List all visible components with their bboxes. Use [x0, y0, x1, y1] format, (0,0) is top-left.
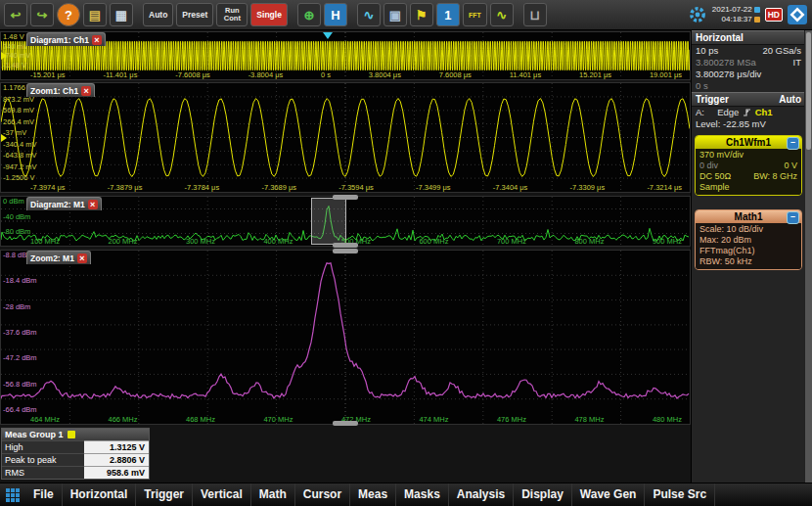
wave-button[interactable]: ∿: [490, 3, 514, 26]
single-button[interactable]: Single: [250, 3, 288, 26]
ch1-offset-marker[interactable]: [1, 52, 7, 60]
menu-item[interactable]: Analysis: [449, 483, 514, 506]
trigger-source-row[interactable]: A: Edge Ch1: [692, 107, 805, 118]
apps-grid-button[interactable]: [0, 488, 25, 502]
zoom2-panel[interactable]: Zoom2: M1 × -8.8 dBm-18.4 dBm-28 dBm-37.…: [0, 250, 691, 425]
tab-label: Zoom2: M1: [30, 253, 74, 263]
meas-group-header[interactable]: Meas Group 1: [2, 429, 149, 440]
diagram2-tab[interactable]: Diagram2: M1 ×: [26, 197, 102, 210]
report-button[interactable]: ▦: [110, 3, 133, 26]
menu-item[interactable]: Pulse Src: [645, 483, 715, 506]
menu-item[interactable]: File: [25, 483, 63, 506]
math-scale-value: Scale: 10 dB/div: [699, 224, 763, 235]
resolution-row[interactable]: 10 ps 20 GSa/s: [692, 45, 805, 57]
ch1-source-icon: [68, 431, 75, 438]
zoom2-tab[interactable]: Zoom2: M1 ×: [26, 251, 91, 264]
sidebar-scrollbar[interactable]: [804, 30, 812, 483]
menu-item[interactable]: Vertical: [193, 483, 251, 506]
undo-button[interactable]: ↩: [4, 3, 27, 26]
menu-item[interactable]: Trigger: [136, 483, 193, 506]
menu-item[interactable]: Meas: [350, 483, 396, 506]
timescale-value: 3.800278 μs/div: [696, 69, 761, 80]
zoom1-tab[interactable]: Zoom1: Ch1 ×: [26, 83, 95, 97]
meas-value: 2.8806 V: [84, 453, 149, 466]
tab-label: Diagram1: Ch1: [30, 35, 89, 45]
gap: [136, 3, 140, 26]
minimize-icon[interactable]: –: [787, 211, 799, 224]
math1-signal-box[interactable]: Math1 – Scale: 10 dB/div Max: 20 dBm FFT…: [695, 209, 802, 270]
menu-item[interactable]: Math: [251, 483, 295, 506]
hd-mode-badge[interactable]: HD: [765, 8, 783, 22]
zoom1-panel[interactable]: Zoom1: Ch1 × 1.1766 V873.2 mV569.8 mV266…: [0, 82, 691, 193]
zoom-drag-handle[interactable]: [333, 421, 358, 426]
timescale-row[interactable]: 3.800278 μs/div: [692, 69, 805, 80]
horizontal-section[interactable]: Horizontal 10 ps 20 GSa/s 3.800278 MSa I…: [692, 30, 805, 92]
trigger-mode-value: Auto: [779, 94, 801, 105]
ch1-offset-marker[interactable]: [1, 134, 7, 142]
ch1wfm1-signal-box[interactable]: Ch1Wfm1 – 370 mV/div 0 div 0 V DC 50Ω BW…: [695, 135, 802, 196]
record-length-row[interactable]: 3.800278 MSa IT: [692, 57, 805, 69]
marker-button[interactable]: 1: [436, 3, 460, 26]
ch1-zoom-waveform: [1, 83, 690, 192]
zoom-drag-handle[interactable]: [333, 249, 358, 253]
diagram1-tab[interactable]: Diagram1: Ch1 ×: [26, 32, 106, 46]
scrollbar-thumb[interactable]: [806, 32, 811, 150]
grid-icon: [6, 488, 20, 502]
zoom-button[interactable]: ⊕: [297, 3, 321, 26]
toolbar-button-group: ↩↪?▤▦AutoPresetRun ContSingle⊕H∿▣⚑1FFT∿⊔: [4, 3, 684, 26]
sample-rate-value: 20 GSa/s: [762, 45, 801, 57]
open-file-button[interactable]: ▤: [83, 3, 107, 26]
run-cont-button[interactable]: Run Cont: [216, 3, 248, 26]
autoset-button[interactable]: Auto: [143, 3, 173, 26]
position-row[interactable]: 0 s: [692, 80, 805, 92]
oscilloscope-app: ↩↪?▤▦AutoPresetRun ContSingle⊕H∿▣⚑1FFT∿⊔…: [0, 0, 812, 506]
redo-button[interactable]: ↪: [30, 3, 54, 26]
meas-group-title: Meas Group 1: [5, 430, 64, 439]
meas-row: RMS 958.6 mV: [2, 466, 149, 479]
zoom-region-selector[interactable]: [311, 198, 346, 245]
menu-item[interactable]: Horizontal: [63, 483, 137, 506]
preset-button[interactable]: Preset: [176, 3, 213, 26]
close-icon[interactable]: ×: [81, 86, 91, 96]
delete-button[interactable]: ⊔: [523, 3, 547, 26]
horizontal-header[interactable]: Horizontal: [692, 30, 805, 45]
measurement-results-table: Meas Group 1 High 1.3125 V Peak to peak …: [1, 428, 150, 480]
display-button[interactable]: ▣: [383, 3, 407, 26]
math1-body: Scale: 10 dB/div Max: 20 dBm FFTmag(Ch1)…: [696, 223, 801, 269]
toolbar-right: 2021-07-22 04:18:37 HD: [688, 5, 808, 24]
ch1wfm1-header[interactable]: Ch1Wfm1 –: [696, 136, 801, 149]
spectrum-button[interactable]: ∿: [357, 3, 381, 26]
help-button[interactable]: ?: [57, 3, 80, 26]
trigger-section[interactable]: Trigger Auto A: Edge Ch1 Level: -22.85 m…: [692, 92, 805, 130]
zoom-drag-handle[interactable]: [333, 195, 358, 200]
menu-item[interactable]: Display: [514, 483, 572, 506]
minimize-icon[interactable]: –: [787, 137, 799, 150]
menu-item[interactable]: Wave Gen: [572, 483, 646, 506]
meas-name: High: [2, 440, 84, 453]
trigger-position-marker[interactable]: [323, 32, 333, 39]
math1-header[interactable]: Math1 –: [696, 210, 801, 223]
signal-box-title: Ch1Wfm1: [726, 137, 771, 148]
fft-button[interactable]: FFT: [463, 3, 487, 26]
menu-item[interactable]: Masks: [396, 483, 449, 506]
trigger-header[interactable]: Trigger Auto: [692, 92, 805, 107]
toolbar: ↩↪?▤▦AutoPresetRun ContSingle⊕H∿▣⚑1FFT∿⊔…: [0, 0, 812, 30]
section-title: Horizontal: [696, 32, 744, 43]
annotation-button[interactable]: ⚑: [410, 3, 433, 26]
trigger-level-row[interactable]: Level: -22.85 mV: [692, 118, 805, 130]
close-icon[interactable]: ×: [92, 35, 102, 45]
zoom-drag-handle[interactable]: [333, 243, 358, 248]
close-icon[interactable]: ×: [88, 200, 98, 209]
hardcopy-button[interactable]: H: [324, 3, 347, 26]
meas-name: Peak to peak: [2, 453, 84, 466]
gap: [291, 3, 294, 26]
diagram1-panel[interactable]: Diagram1: Ch1 × 1.48 V740 mV-740 mV-1.48…: [0, 31, 691, 80]
meas-row: Peak to peak 2.8806 V: [2, 453, 149, 466]
menu-item[interactable]: Cursor: [295, 483, 350, 506]
signal-box-title: Math1: [735, 211, 763, 222]
settings-gear-button[interactable]: [688, 5, 707, 24]
close-icon[interactable]: ×: [77, 253, 87, 263]
diagram2-panel[interactable]: Diagram2: M1 × 0 dBm-40 dBm-80 dBm 100 M…: [0, 196, 691, 247]
status-icon: [754, 7, 760, 13]
math1-zoom-fft-waveform: [1, 251, 690, 424]
